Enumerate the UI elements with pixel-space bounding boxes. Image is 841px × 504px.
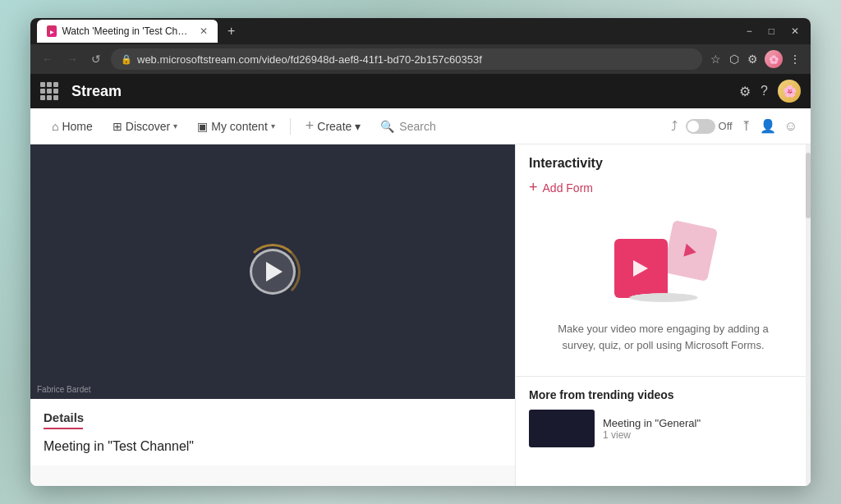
trending-section: More from trending videos Meeting in "Ge…	[516, 377, 811, 454]
my-content-chevron-icon: ▾	[271, 121, 275, 131]
nav-home[interactable]: ⌂ Home	[44, 115, 101, 138]
extension-icon[interactable]: ⬡	[728, 51, 741, 67]
discover-label: Discover	[126, 120, 170, 133]
profile-avatar[interactable]: 🌸	[765, 50, 783, 68]
video-title: Meeting in "Test Channel"	[44, 439, 502, 454]
trending-item-views: 1 view	[603, 429, 797, 441]
back-button[interactable]: ←	[39, 51, 57, 67]
trending-info: Meeting in "General" 1 view	[603, 417, 797, 441]
create-label: Create	[317, 120, 352, 133]
nav-discover[interactable]: ⊞ Discover ▾	[104, 115, 186, 138]
add-form-label: Add Form	[543, 181, 593, 195]
illustration-container	[614, 224, 713, 298]
refresh-button[interactable]: ↺	[88, 51, 104, 67]
url-input[interactable]: 🔒 web.microsoftstream.com/video/fd26948d…	[111, 48, 702, 70]
upload-icon[interactable]: ⤒	[741, 118, 751, 134]
topnav-avatar[interactable]: 🌸	[778, 80, 801, 103]
search-icon: 🔍	[380, 120, 394, 133]
settings-icon[interactable]: ⚙	[739, 84, 751, 99]
my-content-label: My content	[211, 120, 267, 133]
home-icon: ⌂	[52, 120, 58, 133]
tab-bar: Watch 'Meeting in 'Test Channe... ✕ +	[37, 20, 738, 43]
discover-icon: ⊞	[113, 120, 122, 133]
person-icon[interactable]: 👤	[760, 118, 776, 134]
new-tab-button[interactable]: +	[221, 21, 241, 42]
topnav-right: ⚙ ? 🌸	[739, 80, 801, 103]
add-form-plus-icon: +	[529, 179, 538, 196]
illus-back-play-icon	[682, 243, 696, 259]
home-label: Home	[62, 120, 92, 133]
stream-logo: Stream	[71, 83, 122, 100]
tab-title: Watch 'Meeting in 'Test Channe...	[62, 25, 191, 37]
window-controls: − □ ✕	[742, 24, 804, 39]
illus-back-card	[662, 220, 717, 282]
trending-thumbnail	[529, 410, 595, 447]
video-attribution-label: Fabrice Bardet	[37, 385, 91, 394]
waffle-menu-icon[interactable]	[40, 82, 58, 100]
play-button[interactable]	[250, 249, 296, 295]
illus-front-play-icon	[633, 260, 648, 277]
interactivity-title: Interactivity	[529, 156, 797, 171]
trending-title: More from trending videos	[529, 388, 797, 401]
toggle-label: Off	[719, 120, 733, 132]
nav-search[interactable]: 🔍 Search	[372, 117, 443, 136]
video-details: Details Meeting in "Test Channel"	[30, 399, 515, 465]
tab-favicon	[47, 25, 57, 37]
stream-app: Stream ⚙ ? 🌸 ⌂ Home ⊞ Discover ▾ ▣ My co…	[30, 74, 811, 486]
discover-chevron-icon: ▾	[173, 121, 177, 131]
minimize-button[interactable]: −	[742, 24, 757, 39]
forms-illustration	[529, 208, 797, 314]
title-bar: Watch 'Meeting in 'Test Channe... ✕ + − …	[30, 18, 811, 44]
search-label: Search	[399, 120, 435, 133]
play-icon	[266, 262, 283, 282]
nav-my-content[interactable]: ▣ My content ▾	[189, 115, 283, 138]
feedback-icon[interactable]: ☺	[784, 119, 797, 134]
trending-item-title: Meeting in "General"	[603, 417, 797, 429]
bookmark-icon[interactable]: ☆	[709, 51, 723, 67]
video-section: Fabrice Bardet Details Meeting in "Test …	[30, 144, 515, 486]
toggle-container: Off	[686, 119, 733, 134]
address-bar: ← → ↺ 🔒 web.microsoftstream.com/video/fd…	[30, 44, 811, 74]
maximize-button[interactable]: □	[764, 24, 779, 39]
close-button[interactable]: ✕	[786, 24, 804, 39]
share-icon[interactable]: ⤴	[671, 119, 678, 134]
details-heading: Details	[44, 410, 502, 424]
right-sidebar: Interactivity + Add Form	[515, 144, 811, 486]
forward-button[interactable]: →	[63, 51, 81, 67]
right-scrollbar[interactable]	[806, 144, 811, 486]
my-content-icon: ▣	[197, 120, 208, 133]
navbar-right: ⤴ Off ⤒ 👤 ☺	[671, 118, 797, 134]
toggle-switch[interactable]	[686, 119, 715, 134]
video-player[interactable]: Fabrice Bardet	[30, 144, 515, 399]
url-text: web.microsoftstream.com/video/fd26948d-a…	[137, 53, 482, 66]
toggle-thumb	[687, 121, 699, 132]
extension2-icon[interactable]: ⚙	[746, 51, 760, 67]
scrollbar-thumb	[806, 153, 811, 218]
lock-icon: 🔒	[121, 54, 132, 65]
tab-close-button[interactable]: ✕	[200, 25, 208, 37]
browser-toolbar: ☆ ⬡ ⚙ 🌸 ⋮	[709, 50, 802, 68]
illus-front-card	[614, 239, 668, 298]
forms-description: Make your video more engaging by adding …	[529, 314, 797, 364]
help-icon[interactable]: ?	[761, 84, 768, 99]
nav-separator	[290, 118, 291, 135]
create-plus-icon: +	[306, 117, 315, 135]
stream-main: Fabrice Bardet Details Meeting in "Test …	[30, 144, 811, 486]
trending-item[interactable]: Meeting in "General" 1 view	[529, 410, 797, 447]
interactivity-section: Interactivity + Add Form	[516, 144, 811, 377]
menu-icon[interactable]: ⋮	[788, 51, 802, 67]
create-chevron-icon: ▾	[355, 120, 361, 133]
active-tab[interactable]: Watch 'Meeting in 'Test Channe... ✕	[37, 20, 218, 43]
nav-create[interactable]: + Create ▾	[297, 112, 370, 140]
details-underline	[44, 428, 83, 429]
stream-topnav: Stream ⚙ ? 🌸	[30, 74, 811, 108]
stream-navbar: ⌂ Home ⊞ Discover ▾ ▣ My content ▾ + Cre…	[30, 108, 811, 144]
add-form-button[interactable]: + Add Form	[529, 179, 797, 196]
browser-window: Watch 'Meeting in 'Test Channe... ✕ + − …	[30, 18, 811, 486]
